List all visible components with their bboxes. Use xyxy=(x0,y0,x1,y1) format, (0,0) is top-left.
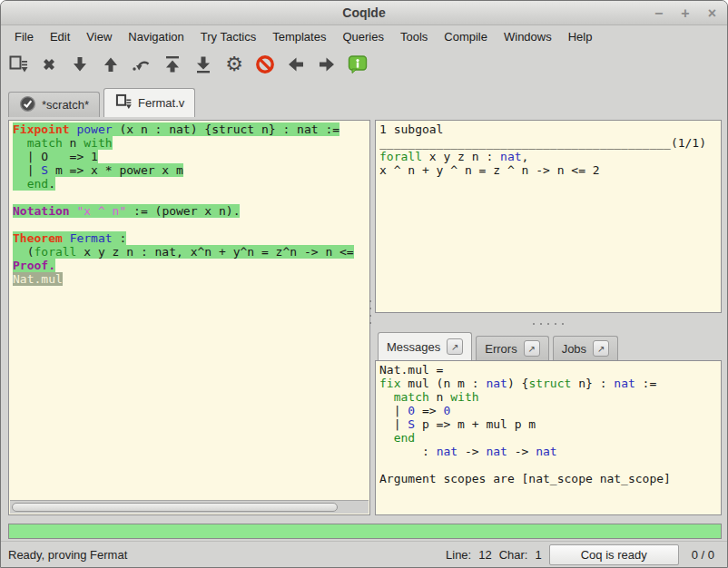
code-line xyxy=(379,458,720,472)
forward-button[interactable] xyxy=(315,53,339,76)
status-message: Ready, proving Fermat xyxy=(8,548,446,562)
horizontal-splitter[interactable] xyxy=(375,320,722,328)
horizontal-scrollbar[interactable] xyxy=(10,500,369,514)
toolbar: ⚙ xyxy=(1,47,727,82)
script-editor[interactable]: Fixpoint power (x n : nat) {struct n} : … xyxy=(13,122,369,498)
status-right: Line: 12 Char: 1 Coq is ready 0 / 0 xyxy=(446,544,720,565)
menu-tools[interactable]: Tools xyxy=(392,28,436,45)
menu-queries[interactable]: Queries xyxy=(334,28,392,45)
step-backward-icon xyxy=(100,54,122,75)
progress-bar xyxy=(8,524,722,539)
code-line: ________________________________________… xyxy=(379,136,720,150)
title-bar[interactable]: CoqIde − + × xyxy=(1,1,727,25)
code-line: Nat.mul = xyxy=(379,363,720,377)
code-line: | S m => x * power x m xyxy=(13,163,369,177)
code-line: x ^ n + y ^ n = z ^ n -> n <= 2 xyxy=(379,163,720,177)
char-label: Char: xyxy=(499,548,528,562)
menu-compile[interactable]: Compile xyxy=(436,28,496,45)
code-line xyxy=(13,191,369,204)
messages-panel: Nat.mul =fix mul (n m : nat) {struct n} … xyxy=(375,360,722,515)
code-line: forall x y z n : nat, xyxy=(379,150,720,163)
save-icon xyxy=(7,54,29,75)
menu-edit[interactable]: Edit xyxy=(42,28,78,45)
tab-label: Messages xyxy=(387,340,440,354)
maximize-button[interactable]: + xyxy=(681,6,689,21)
forward-arrow-icon xyxy=(316,54,338,75)
menu-templates[interactable]: Templates xyxy=(264,28,334,45)
about-info-icon xyxy=(347,54,369,75)
code-line: Theorem Fermat : xyxy=(13,231,369,245)
code-line: 1 subgoal xyxy=(379,122,720,136)
back-button[interactable] xyxy=(284,53,308,76)
make-gear-icon: ⚙ xyxy=(225,54,243,74)
code-line: end. xyxy=(13,177,369,191)
tab-errors[interactable]: Errors ↗ xyxy=(476,336,548,360)
menu-try-tactics[interactable]: Try Tactics xyxy=(192,28,264,45)
code-line: | 0 => 0 xyxy=(379,404,720,417)
go-to-end-button[interactable] xyxy=(192,53,215,76)
detach-button[interactable]: ↗ xyxy=(524,340,540,357)
vertical-splitter[interactable] xyxy=(369,300,372,337)
code-line: : nat -> nat -> nat xyxy=(379,445,720,458)
restart-button[interactable] xyxy=(161,53,184,76)
code-line: (forall x y z n : nat, x^n + y^n = z^n -… xyxy=(13,245,369,259)
interrupt-icon xyxy=(254,54,276,75)
line-value: 12 xyxy=(478,548,491,562)
window-title: CoqIde xyxy=(1,5,727,20)
code-line: Nat.mul xyxy=(13,272,369,286)
step-forward-icon xyxy=(69,54,91,75)
stop-x-icon xyxy=(38,54,60,75)
tab-label: Jobs xyxy=(562,342,586,356)
menu-help[interactable]: Help xyxy=(560,28,601,45)
go-to-cursor-button[interactable] xyxy=(130,53,153,76)
coqide-window: CoqIde − + × FileEditViewNavigationTry T… xyxy=(0,0,728,568)
interrupt-button[interactable] xyxy=(253,53,277,76)
menu-navigation[interactable]: Navigation xyxy=(120,28,192,45)
tab-label: *scratch* xyxy=(42,98,89,112)
tab-label: Fermat.v xyxy=(138,96,184,110)
worker-counter: 0 / 0 xyxy=(686,548,720,562)
tab-scratch[interactable]: *scratch* xyxy=(8,92,100,117)
step-forward-button[interactable] xyxy=(68,53,92,76)
code-line xyxy=(13,218,369,231)
script-editor-panel: Fixpoint power (x n : nat) {struct n} : … xyxy=(8,120,370,515)
status-bar: Ready, proving Fermat Line: 12 Char: 1 C… xyxy=(1,541,727,567)
detach-button[interactable]: ↗ xyxy=(593,340,609,357)
minimize-button[interactable]: − xyxy=(654,6,663,21)
make-button[interactable]: ⚙ xyxy=(222,53,246,76)
save-button[interactable] xyxy=(6,53,30,76)
code-line: end xyxy=(379,431,720,445)
tab-jobs[interactable]: Jobs ↗ xyxy=(553,336,618,360)
menu-windows[interactable]: Windows xyxy=(496,28,560,45)
code-line: Proof. xyxy=(13,259,369,272)
menu-bar: FileEditViewNavigationTry TacticsTemplat… xyxy=(1,26,727,46)
scrollbar-thumb[interactable] xyxy=(12,503,338,512)
tab-messages[interactable]: Messages ↗ xyxy=(378,332,472,360)
code-line: Fixpoint power (x n : nat) {struct n} : … xyxy=(13,122,369,136)
code-line: fix mul (n m : nat) {struct n} : nat := xyxy=(379,377,720,390)
goals-panel: 1 subgoal_______________________________… xyxy=(375,120,722,313)
step-backward-button[interactable] xyxy=(99,53,123,76)
detach-button[interactable]: ↗ xyxy=(447,338,463,355)
messages-view[interactable]: Nat.mul =fix mul (n m : nat) {struct n} … xyxy=(379,363,720,513)
tab-fermat[interactable]: Fermat.v xyxy=(103,88,195,117)
restart-icon xyxy=(162,54,183,75)
close-button[interactable]: × xyxy=(708,6,716,21)
go-to-end-icon xyxy=(192,54,214,75)
coq-status-button[interactable]: Coq is ready xyxy=(549,544,679,565)
goals-view[interactable]: 1 subgoal_______________________________… xyxy=(379,122,720,310)
window-controls: − + × xyxy=(654,1,716,25)
tab-label: Errors xyxy=(485,342,516,356)
detach-arrow-icon: ↗ xyxy=(451,342,458,352)
go-to-cursor-icon xyxy=(131,54,152,75)
code-line: match n with xyxy=(379,390,720,404)
line-label: Line: xyxy=(446,548,471,562)
stop-button[interactable] xyxy=(37,53,61,76)
file-download-icon xyxy=(114,93,133,113)
code-line: | O => 1 xyxy=(13,150,369,163)
code-line: Notation "x ^ n" := (power x n). xyxy=(13,204,369,218)
about-button[interactable] xyxy=(346,53,369,76)
detach-arrow-icon: ↗ xyxy=(597,344,605,354)
menu-file[interactable]: File xyxy=(6,28,42,45)
menu-view[interactable]: View xyxy=(78,28,120,45)
